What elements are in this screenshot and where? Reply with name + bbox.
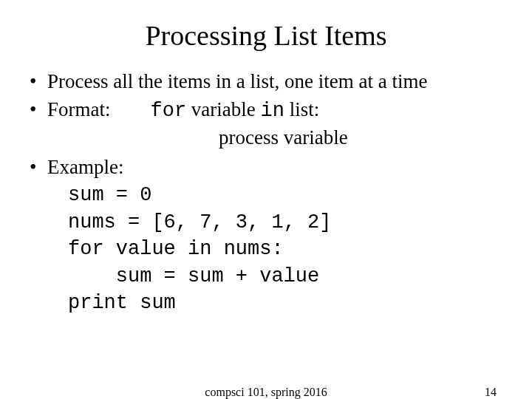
slide: Processing List Items Process all the it…: [0, 0, 532, 399]
format-for-keyword: for: [151, 100, 187, 122]
format-line2: process variable: [27, 126, 505, 149]
footer-course: compsci 101, spring 2016: [205, 386, 327, 399]
bullet-2-label: Format:: [47, 98, 111, 120]
bullet-1: Process all the items in a list, one ite…: [27, 68, 505, 95]
code-line-3: for value in nums:: [68, 238, 284, 260]
slide-title: Processing List Items: [27, 19, 505, 52]
bullet-3-label: Example:: [47, 156, 123, 178]
code-line-2: nums = [6, 7, 3, 1, 2]: [68, 211, 331, 233]
bullet-3: Example:: [27, 154, 505, 180]
format-tail: list:: [284, 98, 319, 120]
footer-page-number: 14: [485, 386, 497, 399]
code-line-4: sum = sum + value: [68, 265, 319, 287]
code-line-1: sum = 0: [68, 184, 151, 206]
bullet-1-text: Process all the items in a list, one ite…: [47, 70, 427, 92]
bullet-list-2: Example:: [27, 154, 505, 180]
bullet-2: Format: for variable in list:: [27, 96, 505, 124]
format-in-keyword: in: [261, 100, 284, 122]
code-line-5: print sum: [68, 292, 176, 314]
format-mid: variable: [186, 98, 260, 120]
code-block: sum = 0 nums = [6, 7, 3, 1, 2] for value…: [27, 182, 505, 316]
bullet-list: Process all the items in a list, one ite…: [27, 68, 505, 125]
